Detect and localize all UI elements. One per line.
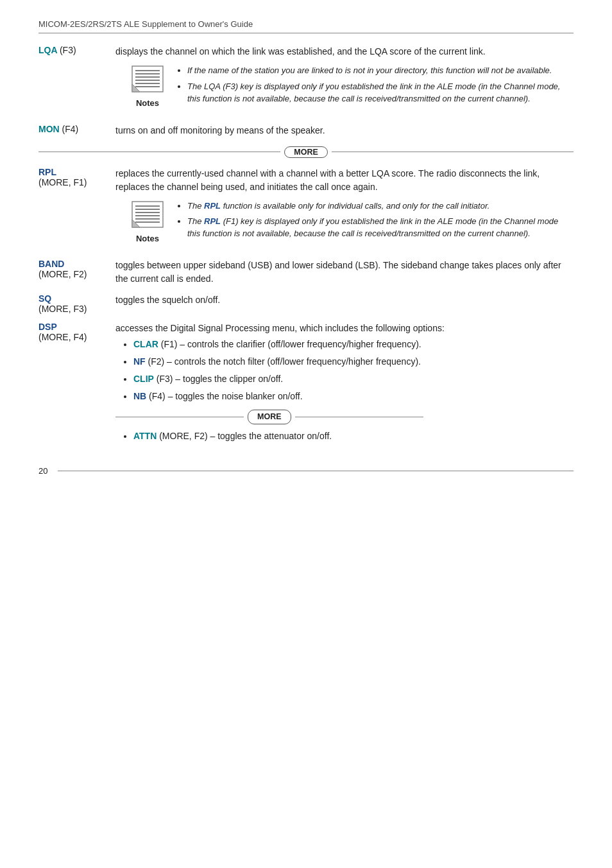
entry-mon: MON (F4) turns on and off monitoring by … <box>38 124 574 137</box>
note-lqa-1: If the name of the station you are linke… <box>187 65 574 77</box>
key-mon-suffix: (F4) <box>62 124 79 134</box>
notes-label-lqa: Notes <box>136 97 159 110</box>
entry-key-sq: SQ (MORE, F3) <box>38 293 115 314</box>
entry-key-mon: MON (F4) <box>38 124 115 137</box>
more-badge-1: MORE <box>284 146 328 158</box>
note-lqa-2: The LQA (F3) key is displayed only if yo… <box>187 81 574 105</box>
entry-val-band: toggles between upper sideband (USB) and… <box>115 259 574 286</box>
key-band-main: BAND <box>38 259 115 269</box>
dsp-bullet-nf: NF (F2) – controls the notch filter (off… <box>133 355 574 369</box>
entry-key-dsp: DSP (MORE, F4) <box>38 322 115 447</box>
notes-icon-rpl <box>131 200 164 231</box>
dsp-bullet-clip: CLIP (F3) – toggles the clipper on/off. <box>133 372 574 386</box>
notes-block-rpl: Notes The RPL function is available only… <box>128 200 574 245</box>
entry-key-lqa: LQA (F3) <box>38 45 115 116</box>
more-divider-line-left-1 <box>38 152 280 152</box>
notes-icon-wrap-rpl: Notes <box>128 200 167 245</box>
more-badge-2: MORE <box>248 410 291 424</box>
entry-val-lqa: displays the channel on which the link w… <box>115 45 574 116</box>
notes-content-lqa: If the name of the station you are linke… <box>176 65 574 109</box>
note-rpl-1: The RPL function is available only for i… <box>187 200 574 213</box>
key-lqa-main: LQA <box>38 45 57 55</box>
key-band-suffix: (MORE, F2) <box>38 269 115 279</box>
dsp-bullet-list: CLAR (F1) – controls the clarifier (off/… <box>122 338 574 403</box>
key-rpl-suffix: (MORE, F1) <box>38 177 115 187</box>
entry-key-rpl: RPL (MORE, F1) <box>38 167 115 252</box>
bottom-bar: 20 <box>38 466 574 476</box>
entry-dsp: DSP (MORE, F4) accesses the Digital Sign… <box>38 322 574 447</box>
page-number: 20 <box>38 466 51 476</box>
more-divider-line-right-2 <box>295 417 423 417</box>
key-mon-main: MON <box>38 124 60 134</box>
more-divider-1: MORE <box>38 146 574 158</box>
notes-icon-wrap-lqa: Notes <box>128 65 167 110</box>
bottom-bar-line <box>58 471 574 472</box>
dsp-bullet-clar: CLAR (F1) – controls the clarifier (off/… <box>133 338 574 351</box>
dsp-bullet-nb: NB (F4) – toggles the noise blanker on/o… <box>133 390 574 403</box>
entry-band: BAND (MORE, F2) toggles between upper si… <box>38 259 574 286</box>
key-dsp-suffix: (MORE, F4) <box>38 332 115 342</box>
entry-val-mon: turns on and off monitoring by means of … <box>115 124 574 137</box>
key-dsp-main: DSP <box>38 322 115 332</box>
page-header: MICOM-2ES/2RS/2TS ALE Supplement to Owne… <box>38 19 574 33</box>
key-sq-suffix: (MORE, F3) <box>38 304 115 314</box>
entry-rpl: RPL (MORE, F1) replaces the currently-us… <box>38 167 574 252</box>
more-divider-line-right-1 <box>332 152 574 152</box>
dsp-bullet-list-2: ATTN (MORE, F2) – toggles the attenuator… <box>122 430 574 443</box>
page-header-title: MICOM-2ES/2RS/2TS ALE Supplement to Owne… <box>38 19 253 29</box>
key-lqa-suffix: (F3) <box>60 45 76 55</box>
notes-label-rpl: Notes <box>136 232 159 245</box>
entry-val-dsp: accesses the Digital Signal Processing m… <box>115 322 574 447</box>
svg-rect-8 <box>132 202 163 227</box>
more-divider-line-left-2 <box>115 417 244 417</box>
entry-lqa: LQA (F3) displays the channel on which t… <box>38 45 574 116</box>
notes-content-rpl: The RPL function is available only for i… <box>176 200 574 245</box>
key-sq-main: SQ <box>38 293 115 304</box>
dsp-bullet-attn: ATTN (MORE, F2) – toggles the attenuator… <box>133 430 574 443</box>
svg-rect-0 <box>132 66 163 92</box>
key-rpl-main: RPL <box>38 167 115 177</box>
entry-val-sq: toggles the squelch on/off. <box>115 293 574 314</box>
entry-key-band: BAND (MORE, F2) <box>38 259 115 286</box>
entry-val-rpl: replaces the currently-used channel with… <box>115 167 574 252</box>
more-divider-2: MORE <box>115 410 574 424</box>
notes-block-lqa: Notes If the name of the station you are… <box>128 65 574 110</box>
note-rpl-2: The RPL (F1) key is displayed only if yo… <box>187 216 574 240</box>
entry-sq: SQ (MORE, F3) toggles the squelch on/off… <box>38 293 574 314</box>
notes-icon-lqa <box>131 65 164 96</box>
